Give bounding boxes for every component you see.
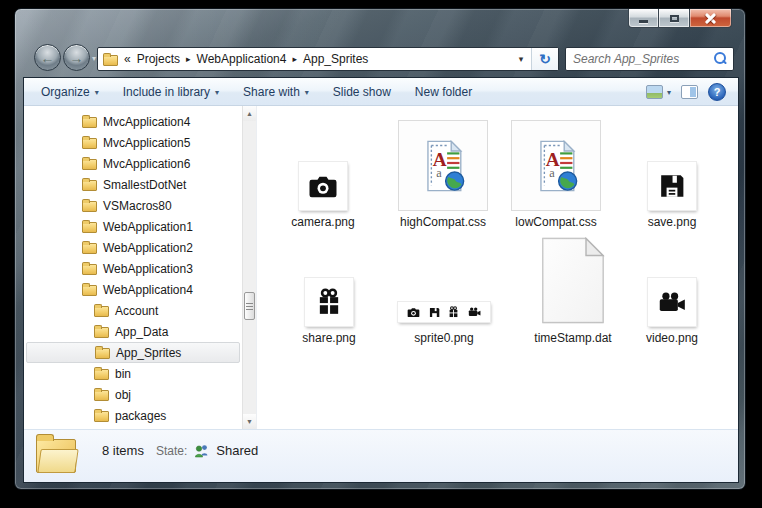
tree-item-account[interactable]: Account (24, 300, 242, 321)
recent-pages-dropdown[interactable]: ▾ (92, 54, 96, 63)
search-input[interactable] (566, 52, 711, 66)
chevron-down-icon: ▾ (95, 88, 99, 97)
change-view-button[interactable]: ▾ (646, 85, 671, 99)
slide-show-label: Slide show (333, 85, 391, 99)
save-icon (429, 307, 440, 318)
folder-icon (94, 411, 109, 422)
scroll-up-button[interactable]: ▲ (243, 106, 256, 121)
maximize-button[interactable] (659, 9, 689, 28)
toolbar-right-group: ▾ ? (646, 83, 738, 101)
svg-text:a: a (436, 165, 442, 179)
tree-item-webapplication2[interactable]: WebApplication2 (24, 237, 242, 258)
generic-document-icon (541, 237, 605, 328)
state-value: Shared (216, 443, 258, 458)
share-with-button[interactable]: Share with ▾ (234, 81, 318, 103)
breadcrumb-separator-icon[interactable]: ▸ (186, 54, 191, 64)
tree-item-mvcapplication5[interactable]: MvcApplication5 (24, 132, 242, 153)
folder-icon (82, 243, 97, 254)
state-label: State: (156, 444, 187, 458)
file-name: camera.png (291, 215, 354, 229)
caption-button-group (628, 9, 732, 28)
slide-show-button[interactable]: Slide show (324, 81, 400, 103)
breadcrumb-overflow[interactable]: « (124, 52, 131, 66)
folder-icon (95, 348, 110, 359)
address-bar[interactable]: « Projects ▸ WebApplication4 ▸ App_Sprit… (97, 47, 559, 71)
file-item-lowcompat-css[interactable]: A a lowCompat.css (496, 112, 616, 229)
help-button[interactable]: ? (708, 83, 726, 101)
tree-item-vsmacros80[interactable]: VSMacros80 (24, 195, 242, 216)
save-icon (648, 162, 696, 210)
folder-icon (82, 264, 97, 275)
file-name: sprite0.png (414, 331, 473, 345)
refresh-icon: ↻ (539, 51, 551, 67)
close-icon (705, 13, 716, 24)
minimize-button[interactable] (628, 9, 659, 28)
new-folder-button[interactable]: New folder (406, 81, 481, 103)
tree-item-mvcapplication4[interactable]: MvcApplication4 (24, 111, 242, 132)
include-in-library-label: Include in library (123, 85, 210, 99)
file-item-camera-png[interactable]: camera.png (269, 112, 383, 229)
search-icon[interactable] (711, 50, 729, 68)
file-name: highCompat.css (400, 215, 486, 229)
file-item-sprite0-png[interactable]: sprite0.png (384, 236, 504, 345)
css-document-icon: A a (398, 120, 488, 211)
search-box (565, 47, 734, 71)
forward-button[interactable]: → (63, 44, 90, 71)
pane-splitter[interactable] (256, 106, 269, 429)
minimize-icon (639, 20, 648, 23)
file-item-video-png[interactable]: video.png (612, 236, 732, 345)
tree-item-webapplication1[interactable]: WebApplication1 (24, 216, 242, 237)
share-with-label: Share with (243, 85, 300, 99)
file-item-save-png[interactable]: save.png (612, 112, 732, 229)
back-button[interactable]: ← (34, 44, 61, 71)
sprite-strip-icon (398, 302, 490, 322)
organize-button[interactable]: Organize ▾ (32, 81, 108, 103)
tree-item-packages[interactable]: packages (24, 405, 242, 426)
folder-icon (94, 327, 109, 338)
breadcrumb: « Projects ▸ WebApplication4 ▸ App_Sprit… (98, 52, 510, 66)
breadcrumb-segment-webapplication4[interactable]: WebApplication4 (197, 52, 287, 66)
tree-item-app-data[interactable]: App_Data (24, 321, 242, 342)
tree-item-smallestdotnet[interactable]: SmallestDotNet (24, 174, 242, 195)
close-button[interactable] (689, 9, 732, 28)
breadcrumb-separator-icon[interactable]: ▸ (292, 54, 297, 64)
file-name: video.png (646, 331, 698, 345)
sidebar-scrollbar[interactable]: ▲ ▼ (242, 106, 256, 429)
navigation-bar: ← → ▾ « Projects ▸ WebApplication4 ▸ App… (15, 45, 745, 73)
camera-icon (299, 162, 347, 210)
tree-item-app-sprites-selected[interactable]: App_Sprites (26, 342, 240, 363)
shared-people-icon (193, 444, 210, 458)
scroll-down-button[interactable]: ▼ (243, 414, 256, 429)
item-count: 8 items (102, 443, 144, 458)
share-icon (305, 278, 353, 326)
scrollbar-thumb[interactable] (244, 292, 255, 320)
video-icon (648, 278, 696, 326)
tree-item-obj[interactable]: obj (24, 384, 242, 405)
folder-icon (94, 306, 109, 317)
tree-item-partial[interactable] (24, 426, 242, 429)
back-arrow-icon: ← (41, 50, 55, 66)
folder-tree: MvcApplication4 MvcApplication5 MvcAppli… (24, 111, 242, 429)
file-item-share-png[interactable]: share.png (269, 236, 389, 345)
address-dropdown-button[interactable]: ▾ (510, 48, 531, 70)
forward-arrow-icon: → (70, 50, 84, 66)
refresh-button[interactable]: ↻ (531, 48, 558, 70)
share-icon (448, 306, 459, 318)
folder-icon (94, 390, 109, 401)
folder-icon (82, 222, 97, 233)
tree-item-webapplication3[interactable]: WebApplication3 (24, 258, 242, 279)
tree-item-webapplication4[interactable]: WebApplication4 (24, 279, 242, 300)
organize-label: Organize (41, 85, 90, 99)
chevron-down-icon: ▾ (215, 88, 219, 97)
breadcrumb-segment-projects[interactable]: Projects (137, 52, 180, 66)
tree-item-mvcapplication6[interactable]: MvcApplication6 (24, 153, 242, 174)
file-item-highcompat-css[interactable]: A a highCompat.css (383, 112, 503, 229)
preview-pane-button[interactable] (681, 85, 698, 99)
svg-text:a: a (549, 165, 555, 179)
breadcrumb-segment-app-sprites[interactable]: App_Sprites (303, 52, 368, 66)
file-name: save.png (648, 215, 697, 229)
folder-icon (82, 138, 97, 149)
include-in-library-button[interactable]: Include in library ▾ (114, 81, 228, 103)
details-pane: 8 items State: Shared (24, 429, 738, 482)
tree-item-bin[interactable]: bin (24, 363, 242, 384)
